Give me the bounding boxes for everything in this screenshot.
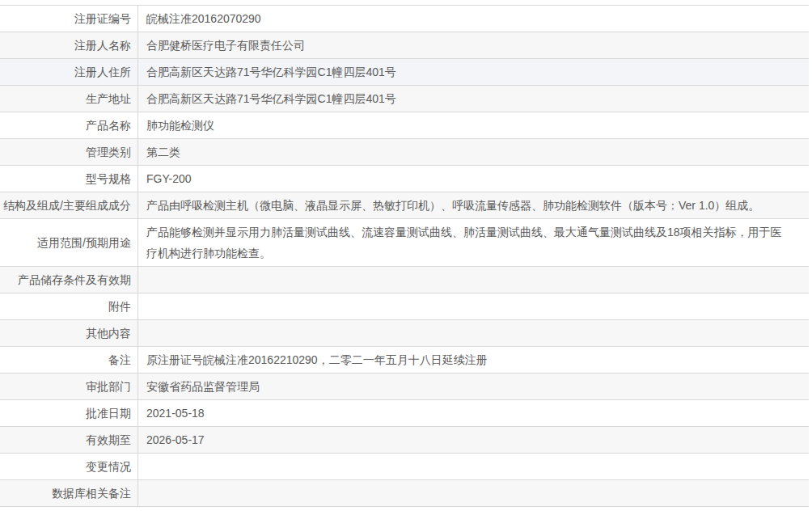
row-label: 生产地址: [0, 86, 137, 112]
row-label: 备注: [0, 347, 137, 373]
table-row-valid-until: 有效期至 2026-05-17: [0, 427, 809, 454]
row-value: [137, 267, 809, 293]
row-label: 审批部门: [0, 374, 137, 399]
row-label: 管理类别: [0, 139, 137, 165]
table-row-approval-department: 审批部门 安徽省药品监督管理局: [0, 374, 809, 400]
row-value: 第二类: [137, 139, 809, 165]
table-row-registrant-name: 注册人名称 合肥健桥医疗电子有限责任公司: [0, 32, 809, 59]
row-label: 产品储存条件及有效期: [0, 267, 137, 293]
row-label: 注册证编号: [0, 6, 137, 32]
row-value: 安徽省药品监督管理局: [137, 374, 809, 399]
row-label: 其他内容: [0, 320, 137, 346]
row-value: 产品由呼吸检测主机（微电脑、液晶显示屏、热敏打印机）、呼吸流量传感器、肺功能检测…: [137, 192, 809, 218]
row-label: 结构及组成/主要组成成分: [0, 192, 137, 218]
row-label: 数据库相关备注: [0, 480, 137, 506]
row-value: [137, 320, 809, 346]
table-row-database-remarks: 数据库相关备注: [0, 480, 809, 507]
row-value: 2021-05-18: [137, 400, 809, 426]
table-row-management-category: 管理类别 第二类: [0, 139, 809, 166]
row-value: 皖械注准20162070290: [137, 6, 809, 32]
row-value: 产品能够检测并显示用力肺活量测试曲线、流速容量测试曲线、肺活量测试曲线、最大通气…: [137, 219, 809, 266]
row-value: 合肥高新区天达路71号华亿科学园C1幢四层401号: [137, 59, 809, 85]
table-row-registration-number: 注册证编号 皖械注准20162070290: [0, 6, 809, 32]
table-row-change-status: 变更情况: [0, 454, 809, 480]
row-value: 肺功能检测仪: [137, 112, 809, 138]
row-label: 有效期至: [0, 427, 137, 453]
row-value: 合肥高新区天达路71号华亿科学园C1幢四层401号: [137, 86, 809, 112]
row-value: 2026-05-17: [137, 427, 809, 453]
row-value: [137, 454, 809, 479]
table-row-product-name: 产品名称 肺功能检测仪: [0, 112, 809, 139]
row-value: FGY-200: [137, 166, 809, 192]
table-row-scope-of-application: 适用范围/预期用途 产品能够检测并显示用力肺活量测试曲线、流速容量测试曲线、肺活…: [0, 219, 809, 267]
row-label: 注册人住所: [0, 59, 137, 85]
row-value: 合肥健桥医疗电子有限责任公司: [137, 32, 809, 58]
row-label: 批准日期: [0, 400, 137, 426]
table-row-other-content: 其他内容: [0, 320, 809, 347]
row-label: 适用范围/预期用途: [0, 219, 137, 266]
row-label: 变更情况: [0, 454, 137, 479]
row-value: [137, 480, 809, 506]
table-row-structure-composition: 结构及组成/主要组成成分 产品由呼吸检测主机（微电脑、液晶显示屏、热敏打印机）、…: [0, 192, 809, 219]
table-row-production-address: 生产地址 合肥高新区天达路71号华亿科学园C1幢四层401号: [0, 86, 809, 112]
table-row-attachments: 附件: [0, 293, 809, 320]
row-value: 原注册证号皖械注准20162210290，二零二一年五月十八日延续注册: [137, 347, 809, 373]
row-label: 附件: [0, 293, 137, 319]
row-label: 型号规格: [0, 166, 137, 192]
table-row-registrant-address: 注册人住所 合肥高新区天达路71号华亿科学园C1幢四层401号: [0, 59, 809, 86]
row-value: [137, 293, 809, 319]
table-row-approval-date: 批准日期 2021-05-18: [0, 400, 809, 427]
table-row-model-specification: 型号规格 FGY-200: [0, 166, 809, 192]
table-row-remarks: 备注 原注册证号皖械注准20162210290，二零二一年五月十八日延续注册: [0, 347, 809, 374]
table-row-storage-conditions: 产品储存条件及有效期: [0, 267, 809, 293]
registration-detail-table: 注册证编号 皖械注准20162070290 注册人名称 合肥健桥医疗电子有限责任…: [0, 5, 809, 507]
row-label: 注册人名称: [0, 32, 137, 58]
row-label: 产品名称: [0, 112, 137, 138]
